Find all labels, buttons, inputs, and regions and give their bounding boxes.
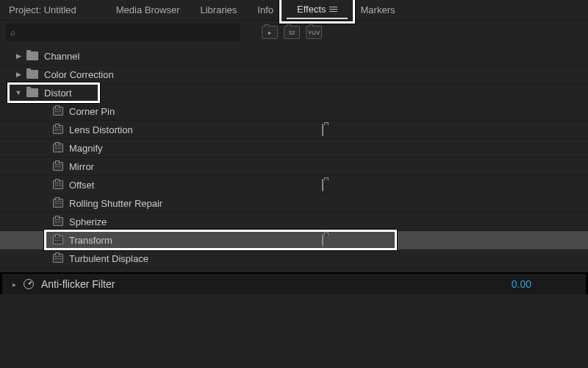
folder-label: Distort [44, 88, 72, 99]
folder-icon [26, 52, 38, 60]
folder-label: Color Correction [44, 69, 114, 80]
preset-icon [53, 199, 63, 208]
folder-icon [26, 88, 38, 97]
stopwatch-icon[interactable] [24, 279, 34, 289]
folder-label: Channel [44, 51, 79, 62]
preset-icon [53, 107, 63, 116]
tab-libraries[interactable]: Libraries [190, 0, 247, 20]
chevron-down-icon: ▼ [13, 89, 24, 96]
effect-label: Transform [69, 235, 112, 246]
effect-badge [322, 235, 323, 246]
preset-icon [53, 180, 63, 189]
effect-controls-row: ▸ Anti-flicker Filter 0.00 [0, 272, 588, 294]
yuv-badge[interactable]: YUV [306, 26, 322, 39]
chevron-right-icon: ▶ [13, 71, 24, 78]
effect-label: Lens Distortion [69, 124, 133, 135]
effect-lens-distortion[interactable]: Lens Distortion [0, 121, 588, 139]
effect-spherize[interactable]: Spherize [0, 213, 588, 231]
effect-label: Corner Pin [69, 106, 115, 117]
property-label: Anti-flicker Filter [41, 278, 512, 290]
effect-label: Offset [69, 180, 94, 191]
property-value[interactable]: 0.00 [512, 278, 531, 290]
folder-color-correction[interactable]: ▶ Color Correction [0, 66, 588, 84]
chevron-right-icon: ▶ [13, 52, 24, 60]
effect-label: Rolling Shutter Repair [69, 198, 162, 209]
effect-badge [322, 124, 323, 135]
panel-menu-icon[interactable] [329, 7, 337, 12]
effects-search-field[interactable]: ⌕ [6, 24, 240, 41]
effect-transform[interactable]: Transform [0, 231, 588, 250]
folder-distort[interactable]: ▼ Distort [0, 84, 588, 102]
search-icon: ⌕ [10, 27, 15, 38]
accelerated-badge[interactable]: ▸ [262, 26, 278, 39]
effect-filter-badges: ▸ 32 YUV [262, 26, 322, 39]
effect-magnify[interactable]: Magnify [0, 139, 588, 158]
preset-icon [53, 236, 63, 244]
effect-mirror[interactable]: Mirror [0, 158, 588, 176]
effect-offset[interactable]: Offset [0, 176, 588, 194]
effect-label: Spherize [69, 216, 107, 227]
effect-corner-pin[interactable]: Corner Pin [0, 102, 588, 121]
folder-channel[interactable]: ▶ Channel [0, 47, 588, 66]
tab-effects[interactable]: Effects [287, 1, 348, 19]
chevron-right-icon[interactable]: ▸ [12, 280, 16, 289]
tab-media-browser[interactable]: Media Browser [106, 0, 190, 20]
preset-icon [53, 125, 63, 134]
panel-tab-bar: Project: Untitled Media Browser Librarie… [0, 0, 588, 21]
tab-project[interactable]: Project: Untitled [6, 0, 106, 20]
32bit-badge[interactable]: 32 [284, 26, 300, 39]
effect-label: Magnify [69, 143, 103, 154]
tab-markers[interactable]: Markers [351, 0, 406, 20]
effects-search-row: ⌕ ▸ 32 YUV [0, 21, 588, 44]
effect-rolling-shutter-repair[interactable]: Rolling Shutter Repair [0, 194, 588, 213]
tab-info[interactable]: Info [247, 0, 284, 20]
effect-label: Turbulent Displace [69, 253, 148, 264]
effects-tree: ▶ Channel ▶ Color Correction ▼ Distort C… [0, 44, 588, 271]
tab-effects-label: Effects [297, 4, 326, 15]
effect-turbulent-displace[interactable]: Turbulent Displace [0, 250, 588, 268]
folder-icon [26, 70, 38, 79]
effect-badge [322, 180, 323, 191]
effect-label: Mirror [69, 161, 94, 172]
preset-icon [53, 162, 63, 171]
preset-icon [53, 144, 63, 152]
preset-icon [53, 254, 63, 263]
preset-icon [53, 217, 63, 226]
search-input[interactable] [20, 27, 235, 38]
